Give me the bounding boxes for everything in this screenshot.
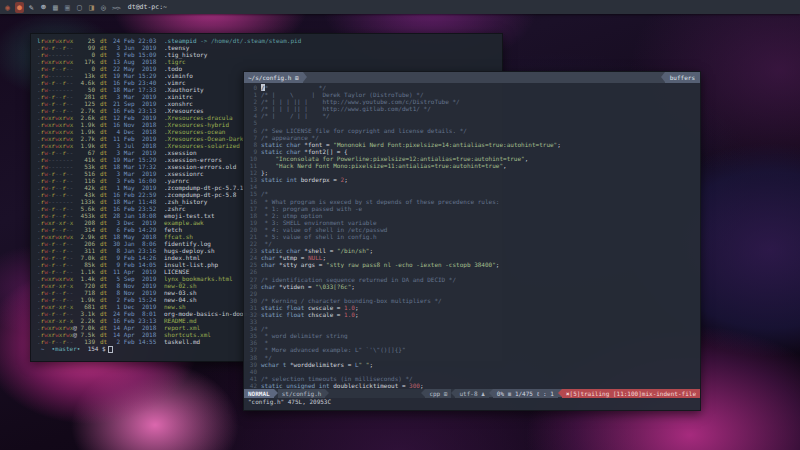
- line-number: 37: [244, 346, 257, 353]
- line-number: 17: [244, 205, 257, 212]
- line-number: 40: [244, 368, 257, 375]
- line-number: 29: [244, 290, 257, 297]
- file-name: emoji-test.txt: [164, 212, 215, 219]
- line-number: 25: [244, 261, 257, 268]
- vim-line: 4/* |____/ |_| */: [244, 112, 700, 119]
- file-name: .todo: [164, 65, 182, 72]
- file-name: .xonshrc: [164, 100, 193, 107]
- file-row: lrwxrwxrwx25dt24 Feb 22:03.steampid -> /…: [37, 37, 502, 44]
- vim-line: 22 */: [244, 240, 700, 247]
- line-number: 12: [244, 169, 257, 176]
- line-number: 4: [244, 112, 257, 119]
- line-number: 2: [244, 98, 257, 105]
- buffers-label: buffers: [665, 72, 700, 83]
- line-number: 1: [244, 91, 257, 98]
- vim-line: 1/* | _ \_ _| Derek Taylor (DistroTube) …: [244, 91, 700, 98]
- line-number: 3: [244, 105, 257, 112]
- vim-tabline: ~/s/config.h ⊞ buffers: [244, 72, 700, 83]
- vim-line: 31static float cwscale = 1.0;: [244, 304, 700, 311]
- fish-shell-icon[interactable]: ><>: [112, 4, 120, 11]
- line-number: 28: [244, 283, 257, 290]
- vim-line: 23static char *shell = "/bin/sh";: [244, 247, 700, 254]
- line-number: 15: [244, 190, 257, 197]
- prompt-count: 154: [88, 345, 99, 352]
- terminal-cursor: [108, 346, 113, 354]
- file-row: .rwxrwxrwx17kdt13 Aug 2018.tigrc: [37, 58, 502, 65]
- file-name: taskell.md: [164, 338, 200, 345]
- vim-line: 32static float chscale = 1.0;: [244, 311, 700, 318]
- line-number: 5: [244, 119, 257, 126]
- file-name: .vimrc: [164, 79, 186, 86]
- vim-line: 16 * What program is execed by st depend…: [244, 198, 700, 205]
- vim-line: 37 * More advanced example: L" `'\"()[]{…: [244, 346, 700, 353]
- vim-line: 9static char *font2[] = {: [244, 148, 700, 155]
- user-icon[interactable]: ☻: [39, 2, 48, 13]
- file-name: .yarnrc: [164, 177, 189, 184]
- vim-statusline: NORMAL st/config.h cpp ⊞ utf-8 ♟ 0% ≡ 1/…: [244, 389, 700, 398]
- vim-line: 30/* Kerning / character bounding-box mu…: [244, 297, 700, 304]
- file-name: new-04.sh: [164, 296, 197, 303]
- vim-line: 29: [244, 290, 700, 297]
- vim-line: 27/* identification sequence returned in…: [244, 276, 700, 283]
- vim-line: 21 * 5: value of shell in config.h: [244, 233, 700, 240]
- vim-line: 28char *vtiden = "\033[?6c";: [244, 283, 700, 290]
- vim-line: 19 * 3: SHELL environment variable: [244, 219, 700, 226]
- file-name: .xsession-errors: [164, 156, 222, 163]
- prompt-symbol: $: [102, 345, 106, 352]
- line-number: 35: [244, 332, 257, 339]
- vim-line: 34/*: [244, 325, 700, 332]
- prompt-git-branch: •master•: [51, 345, 80, 352]
- display-icon[interactable]: ▢: [75, 2, 84, 13]
- file-name: .viminfo: [164, 72, 193, 79]
- line-number: 9: [244, 148, 257, 155]
- file-name: .Xresources-Ocean-Dark: [164, 135, 243, 142]
- vim-line: 33: [244, 318, 700, 325]
- line-number: 33: [244, 318, 257, 325]
- file-name: .Xresources-hybrid: [164, 121, 229, 128]
- line-number: 20: [244, 226, 257, 233]
- vim-code-area[interactable]: 0/* ____ _____ */1/* | _ \_ _| Derek Tay…: [244, 83, 700, 389]
- line-number: 13: [244, 176, 257, 183]
- file-row: .rw-------0dt 5 Feb 15:09.tig_history: [37, 51, 502, 58]
- vim-line: 24char *utmp = NULL;: [244, 254, 700, 261]
- vim-line: 35 * word delimiter string: [244, 332, 700, 339]
- launcher-icon-1[interactable]: ◉: [3, 2, 12, 13]
- file-name: lynx_bookmarks.html: [164, 275, 233, 282]
- vim-line: 12};: [244, 169, 700, 176]
- file-name: ffcat.sh: [164, 233, 193, 240]
- line-number: 14: [244, 183, 257, 190]
- file-name: .teensy: [164, 44, 189, 51]
- files-icon[interactable]: ◨: [87, 2, 96, 13]
- line-number: 34: [244, 325, 257, 332]
- file-name: .steampid: [164, 37, 197, 44]
- file-row: .rw-r--r--99dt 3 Jun 2019.teensy: [37, 44, 502, 51]
- taskbar[interactable]: ◉●✎☻▦▣▢◨◎ ><> dt@dt-pc:~: [0, 0, 800, 14]
- line-number: 30: [244, 297, 257, 304]
- vim-line: 41/* selection timeouts (in milliseconds…: [244, 375, 700, 382]
- vim-line: 2/* | | | || | http://www.youtube.com/c/…: [244, 98, 700, 105]
- line-number: 22: [244, 240, 257, 247]
- file-name: new.sh: [164, 303, 186, 310]
- line-number: 39: [244, 361, 257, 368]
- folder-icon[interactable]: ▣: [63, 2, 72, 13]
- vim-line: 14: [244, 183, 700, 190]
- file-name: index.html: [164, 254, 200, 261]
- statusline-position: 0% ≡ 1/475 ℓ : 1: [493, 389, 558, 398]
- line-number: 38: [244, 354, 257, 361]
- file-name: .Xresources-dracula: [164, 114, 233, 121]
- image-icon[interactable]: ▦: [51, 2, 60, 13]
- line-number: 21: [244, 233, 257, 240]
- file-name: .zcompdump-dt-pc-5.7.1: [164, 184, 243, 191]
- record-icon[interactable]: ◎: [99, 2, 108, 13]
- vim-command-line: "config.h" 475L, 20953C: [244, 398, 700, 406]
- active-task-icon[interactable]: ●: [15, 2, 24, 13]
- vim-buffer-tab[interactable]: ~/s/config.h ⊞: [244, 72, 303, 83]
- file-name: .Xresources: [164, 107, 204, 114]
- edit-icon[interactable]: ✎: [27, 2, 36, 13]
- taskbar-window-title[interactable]: dt@dt-pc:~: [128, 3, 167, 11]
- lines-icon: ≡: [508, 390, 512, 397]
- line-number: 23: [244, 247, 257, 254]
- vim-line: 20 * 4: value of shell in /etc/passwd: [244, 226, 700, 233]
- line-number: 0: [244, 84, 257, 91]
- terminal-window-vim[interactable]: ~/s/config.h ⊞ buffers 0/* ____ _____ */…: [243, 71, 701, 411]
